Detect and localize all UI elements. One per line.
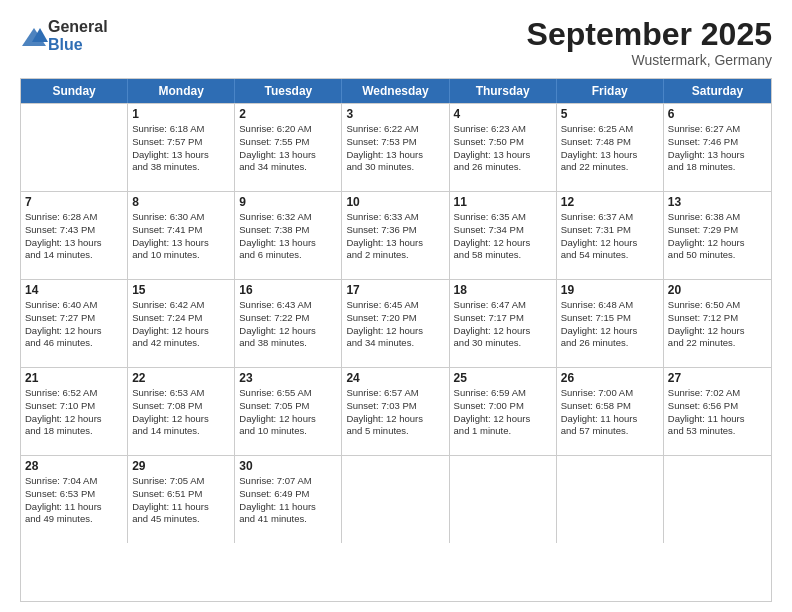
day-info: Sunrise: 6:38 AMSunset: 7:29 PMDaylight:…: [668, 211, 767, 262]
day-info: Sunrise: 6:50 AMSunset: 7:12 PMDaylight:…: [668, 299, 767, 350]
logo-blue: Blue: [48, 36, 83, 53]
calendar-cell: 11Sunrise: 6:35 AMSunset: 7:34 PMDayligh…: [450, 192, 557, 279]
calendar-body: 1Sunrise: 6:18 AMSunset: 7:57 PMDaylight…: [21, 103, 771, 543]
calendar-cell: 25Sunrise: 6:59 AMSunset: 7:00 PMDayligh…: [450, 368, 557, 455]
day-info: Sunrise: 6:27 AMSunset: 7:46 PMDaylight:…: [668, 123, 767, 174]
calendar-cell: 24Sunrise: 6:57 AMSunset: 7:03 PMDayligh…: [342, 368, 449, 455]
location: Wustermark, Germany: [527, 52, 772, 68]
calendar-cell: 9Sunrise: 6:32 AMSunset: 7:38 PMDaylight…: [235, 192, 342, 279]
calendar-cell: 23Sunrise: 6:55 AMSunset: 7:05 PMDayligh…: [235, 368, 342, 455]
day-info: Sunrise: 6:33 AMSunset: 7:36 PMDaylight:…: [346, 211, 444, 262]
calendar-cell: 3Sunrise: 6:22 AMSunset: 7:53 PMDaylight…: [342, 104, 449, 191]
day-number: 11: [454, 195, 552, 209]
calendar-cell: 6Sunrise: 6:27 AMSunset: 7:46 PMDaylight…: [664, 104, 771, 191]
day-of-week-friday: Friday: [557, 79, 664, 103]
day-number: 4: [454, 107, 552, 121]
day-number: 20: [668, 283, 767, 297]
day-info: Sunrise: 6:43 AMSunset: 7:22 PMDaylight:…: [239, 299, 337, 350]
calendar-cell: 30Sunrise: 7:07 AMSunset: 6:49 PMDayligh…: [235, 456, 342, 543]
calendar-week-1: 1Sunrise: 6:18 AMSunset: 7:57 PMDaylight…: [21, 103, 771, 191]
day-number: 14: [25, 283, 123, 297]
day-info: Sunrise: 7:00 AMSunset: 6:58 PMDaylight:…: [561, 387, 659, 438]
day-info: Sunrise: 7:05 AMSunset: 6:51 PMDaylight:…: [132, 475, 230, 526]
day-info: Sunrise: 6:55 AMSunset: 7:05 PMDaylight:…: [239, 387, 337, 438]
day-info: Sunrise: 6:25 AMSunset: 7:48 PMDaylight:…: [561, 123, 659, 174]
day-info: Sunrise: 6:32 AMSunset: 7:38 PMDaylight:…: [239, 211, 337, 262]
calendar-cell: 19Sunrise: 6:48 AMSunset: 7:15 PMDayligh…: [557, 280, 664, 367]
day-number: 5: [561, 107, 659, 121]
calendar-week-4: 21Sunrise: 6:52 AMSunset: 7:10 PMDayligh…: [21, 367, 771, 455]
day-info: Sunrise: 6:45 AMSunset: 7:20 PMDaylight:…: [346, 299, 444, 350]
day-number: 18: [454, 283, 552, 297]
calendar-page: General Blue September 2025 Wustermark, …: [0, 0, 792, 612]
logo-general: General: [48, 18, 108, 35]
day-info: Sunrise: 7:02 AMSunset: 6:56 PMDaylight:…: [668, 387, 767, 438]
day-of-week-sunday: Sunday: [21, 79, 128, 103]
day-number: 15: [132, 283, 230, 297]
calendar-cell: 17Sunrise: 6:45 AMSunset: 7:20 PMDayligh…: [342, 280, 449, 367]
calendar-cell: [342, 456, 449, 543]
day-info: Sunrise: 6:28 AMSunset: 7:43 PMDaylight:…: [25, 211, 123, 262]
day-info: Sunrise: 6:37 AMSunset: 7:31 PMDaylight:…: [561, 211, 659, 262]
logo-icon: [20, 26, 44, 46]
day-info: Sunrise: 6:47 AMSunset: 7:17 PMDaylight:…: [454, 299, 552, 350]
day-number: 1: [132, 107, 230, 121]
day-info: Sunrise: 6:18 AMSunset: 7:57 PMDaylight:…: [132, 123, 230, 174]
calendar-cell: 15Sunrise: 6:42 AMSunset: 7:24 PMDayligh…: [128, 280, 235, 367]
calendar-cell: 29Sunrise: 7:05 AMSunset: 6:51 PMDayligh…: [128, 456, 235, 543]
logo: General Blue: [20, 18, 108, 53]
day-info: Sunrise: 6:23 AMSunset: 7:50 PMDaylight:…: [454, 123, 552, 174]
calendar-cell: 12Sunrise: 6:37 AMSunset: 7:31 PMDayligh…: [557, 192, 664, 279]
calendar-cell: [450, 456, 557, 543]
day-info: Sunrise: 6:22 AMSunset: 7:53 PMDaylight:…: [346, 123, 444, 174]
calendar-cell: 27Sunrise: 7:02 AMSunset: 6:56 PMDayligh…: [664, 368, 771, 455]
calendar-cell: [557, 456, 664, 543]
day-number: 3: [346, 107, 444, 121]
day-number: 17: [346, 283, 444, 297]
calendar-week-3: 14Sunrise: 6:40 AMSunset: 7:27 PMDayligh…: [21, 279, 771, 367]
day-number: 24: [346, 371, 444, 385]
day-number: 7: [25, 195, 123, 209]
day-number: 6: [668, 107, 767, 121]
day-number: 13: [668, 195, 767, 209]
day-number: 8: [132, 195, 230, 209]
day-number: 23: [239, 371, 337, 385]
day-number: 27: [668, 371, 767, 385]
day-info: Sunrise: 6:48 AMSunset: 7:15 PMDaylight:…: [561, 299, 659, 350]
day-info: Sunrise: 6:30 AMSunset: 7:41 PMDaylight:…: [132, 211, 230, 262]
day-number: 9: [239, 195, 337, 209]
calendar-week-5: 28Sunrise: 7:04 AMSunset: 6:53 PMDayligh…: [21, 455, 771, 543]
day-info: Sunrise: 7:07 AMSunset: 6:49 PMDaylight:…: [239, 475, 337, 526]
day-number: 26: [561, 371, 659, 385]
calendar-cell: 28Sunrise: 7:04 AMSunset: 6:53 PMDayligh…: [21, 456, 128, 543]
day-number: 12: [561, 195, 659, 209]
day-info: Sunrise: 7:04 AMSunset: 6:53 PMDaylight:…: [25, 475, 123, 526]
calendar: SundayMondayTuesdayWednesdayThursdayFrid…: [20, 78, 772, 602]
day-number: 25: [454, 371, 552, 385]
day-number: 10: [346, 195, 444, 209]
calendar-cell: 7Sunrise: 6:28 AMSunset: 7:43 PMDaylight…: [21, 192, 128, 279]
calendar-cell: 1Sunrise: 6:18 AMSunset: 7:57 PMDaylight…: [128, 104, 235, 191]
day-info: Sunrise: 6:52 AMSunset: 7:10 PMDaylight:…: [25, 387, 123, 438]
day-number: 29: [132, 459, 230, 473]
calendar-cell: 20Sunrise: 6:50 AMSunset: 7:12 PMDayligh…: [664, 280, 771, 367]
calendar-cell: 8Sunrise: 6:30 AMSunset: 7:41 PMDaylight…: [128, 192, 235, 279]
day-number: 22: [132, 371, 230, 385]
day-number: 2: [239, 107, 337, 121]
calendar-cell: 13Sunrise: 6:38 AMSunset: 7:29 PMDayligh…: [664, 192, 771, 279]
day-number: 16: [239, 283, 337, 297]
calendar-cell: 10Sunrise: 6:33 AMSunset: 7:36 PMDayligh…: [342, 192, 449, 279]
month-title: September 2025: [527, 18, 772, 50]
calendar-cell: 14Sunrise: 6:40 AMSunset: 7:27 PMDayligh…: [21, 280, 128, 367]
day-of-week-tuesday: Tuesday: [235, 79, 342, 103]
logo-text: General Blue: [48, 18, 108, 53]
day-number: 21: [25, 371, 123, 385]
day-info: Sunrise: 6:40 AMSunset: 7:27 PMDaylight:…: [25, 299, 123, 350]
title-block: September 2025 Wustermark, Germany: [527, 18, 772, 68]
day-number: 19: [561, 283, 659, 297]
calendar-cell: 16Sunrise: 6:43 AMSunset: 7:22 PMDayligh…: [235, 280, 342, 367]
calendar-cell: [664, 456, 771, 543]
day-of-week-monday: Monday: [128, 79, 235, 103]
calendar-cell: [21, 104, 128, 191]
calendar-cell: 2Sunrise: 6:20 AMSunset: 7:55 PMDaylight…: [235, 104, 342, 191]
